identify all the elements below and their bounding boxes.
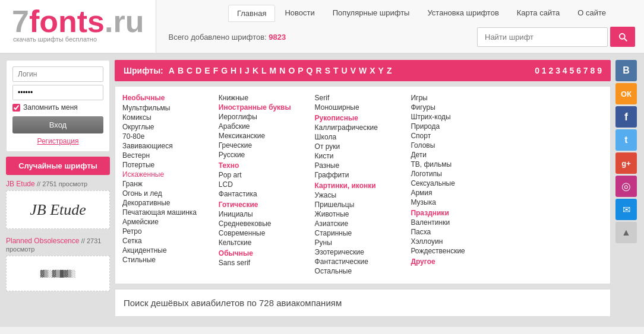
letter-o[interactable]: O (288, 66, 295, 75)
twitter-button[interactable]: t (615, 129, 637, 151)
cat-lcd[interactable]: LCD (219, 180, 315, 189)
cat-valentines[interactable]: Валентинки (411, 218, 507, 227)
nav-popular[interactable]: Популярные шрифты (324, 5, 418, 22)
nav-home[interactable]: Главная (228, 5, 275, 22)
cat-handdrawn[interactable]: От руки (315, 142, 411, 151)
letter-f[interactable]: F (213, 66, 219, 75)
letter-e[interactable]: E (204, 66, 210, 75)
cat-nature[interactable]: Природа (411, 122, 507, 131)
cat-decorative[interactable]: Декоративные (122, 199, 219, 207)
font-link-2[interactable]: Planned Obsolescence (6, 237, 79, 245)
cat-music[interactable]: Музыка (411, 198, 507, 206)
cat-comics[interactable]: Комиксы (122, 113, 219, 122)
letter-b[interactable]: B (178, 66, 184, 75)
cat-erotic[interactable]: Сексуальные (411, 179, 507, 187)
scroll-up-button[interactable]: ▲ (615, 222, 637, 243)
cat-worn[interactable]: Потертые (122, 161, 219, 169)
letter-c[interactable]: C (187, 66, 192, 75)
cat-foreign[interactable]: Иностранные буквы (219, 103, 315, 112)
cat-asian[interactable]: Азиатские (315, 220, 411, 228)
letter-v[interactable]: V (351, 66, 356, 75)
letter-r[interactable]: R (316, 66, 322, 75)
cat-calligraphy[interactable]: Каллиграфические (315, 123, 411, 132)
cat-unusual[interactable]: Необычные (122, 94, 219, 102)
cat-figures[interactable]: Фигуры (411, 103, 507, 112)
cat-7080[interactable]: 70-80е (122, 132, 219, 141)
cat-runes[interactable]: Руны (315, 238, 411, 247)
cat-brush[interactable]: Кисти (315, 152, 411, 160)
instagram-button[interactable]: ◎ (615, 176, 637, 197)
mail-button[interactable]: ✉ (615, 199, 637, 220)
cat-horror[interactable]: Ужасы (315, 191, 411, 199)
cat-regular[interactable]: Обычные (219, 249, 315, 257)
nav-install[interactable]: Установка шрифтов (419, 5, 507, 22)
google-plus-button[interactable]: g+ (615, 152, 637, 174)
login-button[interactable]: Вход (12, 116, 103, 133)
cat-antique[interactable]: Старинные (315, 229, 411, 237)
cat-medieval[interactable]: Средневековые (219, 220, 315, 228)
cat-army[interactable]: Армия (411, 189, 507, 197)
cat-sport[interactable]: Спорт (411, 132, 507, 140)
letter-j[interactable]: J (245, 66, 250, 75)
cat-fire[interactable]: Огонь и лед (122, 189, 219, 198)
cat-other[interactable]: Другое (411, 257, 507, 266)
cat-animals[interactable]: Животные (315, 210, 411, 218)
cat-military[interactable]: Армейские (122, 218, 219, 226)
letter-y[interactable]: Y (378, 66, 384, 75)
cat-arabic[interactable]: Арабские (219, 122, 315, 131)
cat-heads[interactable]: Головы (411, 141, 507, 149)
cat-greek[interactable]: Греческие (219, 141, 315, 149)
cat-round[interactable]: Округлые (122, 123, 219, 131)
cat-holidays[interactable]: Праздники (411, 209, 507, 217)
cat-esoteric[interactable]: Эзотерические (315, 248, 411, 256)
letter-a[interactable]: A (169, 66, 175, 75)
cat-sans-serif[interactable]: Sans serif (219, 259, 315, 267)
vkontakte-button[interactable]: В (615, 60, 637, 81)
cat-initials[interactable]: Инициалы (219, 210, 315, 218)
cat-games[interactable]: Игры (411, 94, 507, 102)
cat-western[interactable]: Вестерн (122, 151, 219, 160)
letter-h[interactable]: H (231, 66, 236, 75)
remember-checkbox[interactable] (12, 104, 20, 112)
cat-easter[interactable]: Пасха (411, 228, 507, 236)
letter-g[interactable]: G (221, 66, 228, 75)
cat-gothic[interactable]: Готические (219, 201, 315, 209)
search-button[interactable] (610, 27, 635, 47)
cat-serif[interactable]: Serif (315, 94, 411, 102)
cat-scifi[interactable]: Фантастика (219, 190, 315, 198)
letter-d[interactable]: D (195, 66, 201, 75)
cat-techno[interactable]: Техно (219, 161, 315, 170)
total-count-link[interactable]: 9823 (269, 33, 286, 42)
letter-p[interactable]: P (298, 66, 303, 75)
cat-logos[interactable]: Логотипы (411, 170, 507, 178)
cat-dingbats[interactable]: Картинки, иконки (315, 182, 411, 190)
letter-w[interactable]: W (359, 66, 367, 75)
cat-grunge[interactable]: Гранж (122, 180, 219, 188)
search-input[interactable] (477, 27, 608, 47)
font-link-1[interactable]: JB Etude (6, 180, 35, 188)
nav-about[interactable]: О сайте (569, 5, 614, 22)
letter-k[interactable]: K (252, 66, 258, 75)
cat-barcode[interactable]: Штрих-коды (411, 113, 507, 121)
nav-sitemap[interactable]: Карта сайта (509, 5, 568, 22)
cat-popart[interactable]: Pop art (219, 171, 315, 179)
login-input[interactable] (12, 66, 103, 82)
letter-x[interactable]: X (370, 66, 375, 75)
cat-other2[interactable]: Остальные (315, 267, 411, 275)
cat-typewriter[interactable]: Печатающая машинка (122, 208, 219, 217)
letter-s[interactable]: S (325, 66, 330, 75)
letter-n[interactable]: N (279, 66, 285, 75)
cat-handwritten[interactable]: Рукописные (315, 114, 411, 122)
cat-grid[interactable]: Сетка (122, 237, 219, 245)
cat-distorted[interactable]: Искаженные (122, 170, 219, 179)
cat-aliens[interactable]: Пришельцы (315, 201, 411, 209)
nav-news[interactable]: Новости (276, 5, 323, 22)
cat-retro[interactable]: Ретро (122, 227, 219, 236)
register-link[interactable]: Регистрация (12, 137, 103, 145)
cat-hieroglyphs[interactable]: Иероглифы (219, 113, 315, 121)
password-input[interactable] (12, 85, 103, 100)
cat-mexican[interactable]: Мексиканские (219, 132, 315, 140)
cat-accent[interactable]: Акцидентные (122, 246, 219, 255)
cat-fantastic[interactable]: Фантастические (315, 257, 411, 266)
letter-l[interactable]: L (261, 66, 267, 75)
